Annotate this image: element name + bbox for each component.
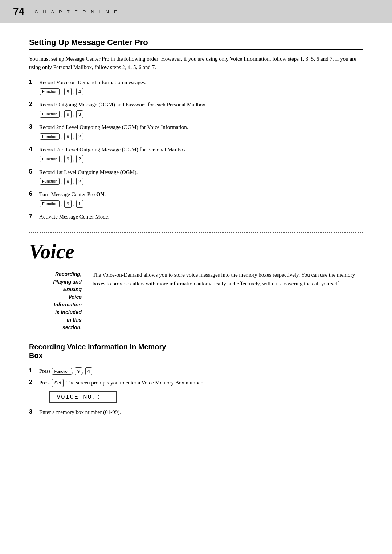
key-2: 2 <box>76 133 83 140</box>
voice-section: Voice Recording,Playing andErasingVoiceI… <box>29 241 363 417</box>
key-4: 4 <box>76 88 83 96</box>
section-divider <box>29 49 363 50</box>
function-key: Function <box>40 178 60 185</box>
set-key: Set <box>52 379 64 387</box>
recording-step-1-number: 1 <box>29 367 39 374</box>
step-4: 4 Record 2nd Level Outgoing Message (OGM… <box>29 146 363 166</box>
step-6-number: 6 <box>29 190 39 197</box>
dots-row <box>29 232 363 233</box>
recording-divider <box>29 362 363 362</box>
key-2c: 2 <box>76 178 83 186</box>
step-3: 3 Record 2nd Level Outgoing Message (OGM… <box>29 123 363 143</box>
step-1-text: Record Voice-on-Demand information messa… <box>39 78 363 87</box>
step-1: 1 Record Voice-on-Demand information mes… <box>29 78 363 99</box>
key-9: 9 <box>64 110 71 118</box>
step-2-number: 2 <box>29 101 39 107</box>
voice-body: Recording,Playing andErasingVoiceInforma… <box>29 270 363 331</box>
key-4: 4 <box>85 367 92 375</box>
lcd-display: VOICE NO.: _ <box>49 391 117 403</box>
step-6: 6 Turn Message Center Pro ON. Function ,… <box>29 190 363 211</box>
function-key: Function <box>52 368 72 375</box>
step-5-keys: Function , 9 , 2 <box>40 178 363 186</box>
step-5-content: Record 1st Level Outgoing Message (OGM).… <box>39 168 363 188</box>
recording-step-1: 1 Press Function, 9, 4. <box>29 367 363 376</box>
step-3-text: Record 2nd Level Outgoing Message (OGM) … <box>39 123 363 131</box>
step-7: 7 Activate Message Center Mode. <box>29 213 363 222</box>
step-6-text: Turn Message Center Pro ON. <box>39 190 363 199</box>
voice-sidebar: Recording,Playing andErasingVoiceInforma… <box>29 270 82 331</box>
step-2-keys: Function , 9 , 3 <box>40 110 363 118</box>
step-2-content: Record Outgoing Message (OGM) and Passwo… <box>39 101 363 121</box>
recording-step-3: 3 Enter a memory box number (01-99). <box>29 408 363 417</box>
key-9: 9 <box>64 88 71 96</box>
step-1-content: Record Voice-on-Demand information messa… <box>39 78 363 99</box>
voice-main-text: The Voice-on-Demand allows you to store … <box>93 270 363 331</box>
step-4-number: 4 <box>29 146 39 152</box>
function-key: Function <box>40 156 60 163</box>
recording-step-2-number: 2 <box>29 379 39 386</box>
main-content: Setting Up Message Center Pro You must s… <box>0 23 392 436</box>
step-5-text: Record 1st Level Outgoing Message (OGM). <box>39 168 363 176</box>
step-5: 5 Record 1st Level Outgoing Message (OGM… <box>29 168 363 188</box>
dotted-divider <box>29 232 363 233</box>
setting-title: Setting Up Message Center Pro <box>29 38 363 47</box>
recording-step-2-text: Press Set. The screen prompts you to ent… <box>39 379 363 387</box>
setting-steps: 1 Record Voice-on-Demand information mes… <box>29 78 363 223</box>
key-9: 9 <box>64 133 71 140</box>
function-key: Function <box>40 88 60 95</box>
recording-step-1-content: Press Function, 9, 4. <box>39 367 363 376</box>
recording-section: Recording Voice Information In Memory Bo… <box>29 342 363 418</box>
step-2-text: Record Outgoing Message (OGM) and Passwo… <box>39 101 363 109</box>
key-9: 9 <box>64 178 71 186</box>
recording-step-3-text: Enter a memory box number (01-99). <box>39 408 363 416</box>
step-1-keys: Function , 9 , 4 <box>40 88 363 96</box>
step-6-content: Turn Message Center Pro ON. Function , 9… <box>39 190 363 211</box>
step-7-content: Activate Message Center Mode. <box>39 213 363 222</box>
step-5-number: 5 <box>29 168 39 175</box>
function-key: Function <box>40 200 60 207</box>
step-4-content: Record 2nd Level Outgoing Message (OGM) … <box>39 146 363 166</box>
step-7-text: Activate Message Center Mode. <box>39 213 363 221</box>
step-3-content: Record 2nd Level Outgoing Message (OGM) … <box>39 123 363 143</box>
step-2: 2 Record Outgoing Message (OGM) and Pass… <box>29 101 363 121</box>
key-9: 9 <box>64 155 71 163</box>
setting-intro: You must set up Message Center Pro in th… <box>29 55 363 72</box>
function-key: Function <box>40 111 60 118</box>
step-7-number: 7 <box>29 213 39 220</box>
step-3-number: 3 <box>29 123 39 130</box>
recording-step-1-text: Press Function, 9, 4. <box>39 367 363 375</box>
function-key: Function <box>40 133 60 140</box>
recording-step-2: 2 Press Set. The screen prompts you to e… <box>29 379 363 406</box>
step-4-keys: Function , 9 , 2 <box>40 155 363 163</box>
recording-step-3-content: Enter a memory box number (01-99). <box>39 408 363 417</box>
key-3: 3 <box>76 110 83 118</box>
page-header: 74 C H A P T E R N I N E <box>0 0 392 23</box>
recording-title: Recording Voice Information In Memory Bo… <box>29 342 363 360</box>
setting-section: Setting Up Message Center Pro You must s… <box>29 38 363 222</box>
step-3-keys: Function , 9 , 2 <box>40 133 363 140</box>
chapter-label: C H A P T E R N I N E <box>34 9 119 15</box>
step-4-text: Record 2nd Level Outgoing Message (OGM) … <box>39 146 363 154</box>
key-9: 9 <box>64 200 71 208</box>
step-1-number: 1 <box>29 78 39 85</box>
key-1: 1 <box>76 200 83 208</box>
key-2b: 2 <box>76 155 83 163</box>
recording-step-3-number: 3 <box>29 408 39 415</box>
voice-title: Voice <box>29 241 363 263</box>
recording-step-2-content: Press Set. The screen prompts you to ent… <box>39 379 363 406</box>
step-6-keys: Function , 9 , 1 <box>40 200 363 208</box>
key-9: 9 <box>75 367 82 375</box>
recording-steps: 1 Press Function, 9, 4. 2 Press Set. The… <box>29 367 363 418</box>
page-number: 74 <box>13 6 24 17</box>
